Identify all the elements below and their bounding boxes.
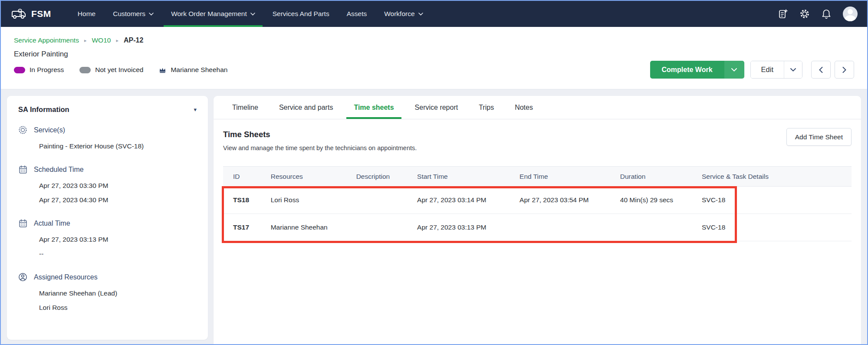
- breadcrumb-wo10[interactable]: WO10: [92, 36, 111, 44]
- tab-service-and-parts[interactable]: Service and parts: [272, 96, 341, 119]
- record-header: Service Appointments ▸ WO10 ▸ AP-12 Exte…: [1, 27, 867, 89]
- status-owner: Marianne Sheehan: [159, 66, 227, 74]
- sa-information-header: SA Information ▾: [18, 105, 197, 114]
- col-end-time[interactable]: End Time: [518, 167, 618, 187]
- record-detail-panel: Timeline Service and parts Time sheets S…: [214, 96, 861, 345]
- add-time-sheet-button[interactable]: Add Time Sheet: [786, 128, 852, 146]
- nav-right-icons: [778, 1, 858, 27]
- invoice-label: Not yet Invoiced: [95, 66, 143, 74]
- table-header-row: ID Resources Description Start Time End …: [223, 167, 852, 187]
- chevron-down-icon: [250, 13, 255, 16]
- section-assigned-resources: Assigned Resources Marianne Sheehan (Lea…: [18, 273, 197, 315]
- chevron-right-icon: ▸: [84, 38, 87, 43]
- edit-button[interactable]: Edit: [751, 61, 784, 78]
- nav-item-home[interactable]: Home: [70, 1, 103, 27]
- invoice-pill-icon: [79, 67, 91, 73]
- nav-item-services-and-parts[interactable]: Services And Parts: [265, 1, 337, 27]
- next-record-button[interactable]: [835, 61, 854, 79]
- cell-start: Apr 27, 2023 03:13 PM: [415, 223, 518, 231]
- previous-record-button[interactable]: [811, 61, 831, 79]
- chevron-down-icon: [149, 13, 154, 16]
- cell-id[interactable]: TS18: [223, 196, 269, 204]
- status-invoice: Not yet Invoiced: [79, 66, 143, 74]
- edit-dropdown-button[interactable]: [784, 61, 802, 78]
- tab-trips[interactable]: Trips: [471, 96, 501, 119]
- cell-duration: 40 Min(s) 29 secs: [618, 196, 700, 204]
- services-label: Service(s): [34, 126, 65, 134]
- scheduled-time-label: Scheduled Time: [34, 166, 84, 174]
- breadcrumb-service-appointments[interactable]: Service Appointments: [14, 36, 79, 44]
- nav-item-assets[interactable]: Assets: [339, 1, 375, 27]
- tab-service-report[interactable]: Service report: [408, 96, 466, 119]
- table-rows: TS18 Lori Ross Apr 27, 2023 03:14 PM Apr…: [223, 187, 852, 241]
- col-duration[interactable]: Duration: [618, 167, 700, 187]
- gear-icon[interactable]: [799, 9, 810, 19]
- complete-work-dropdown-button[interactable]: [724, 61, 744, 79]
- top-navbar: FSM Home Customers Work Order Management…: [1, 1, 867, 27]
- calendar-icon: [18, 219, 27, 228]
- col-description[interactable]: Description: [355, 167, 415, 187]
- stage-label: In Progress: [30, 66, 64, 74]
- col-id[interactable]: ID: [223, 167, 269, 187]
- tab-timeline[interactable]: Timeline: [225, 96, 266, 119]
- tab-notes[interactable]: Notes: [507, 96, 540, 119]
- chevron-down-icon: [418, 13, 423, 16]
- col-start-time[interactable]: Start Time: [415, 167, 518, 187]
- table-row-ts18[interactable]: TS18 Lori Ross Apr 27, 2023 03:14 PM Apr…: [223, 187, 852, 214]
- edit-split-button: Edit: [750, 61, 802, 79]
- section-scheduled-time: Scheduled Time Apr 27, 2023 03:30 PM Apr…: [18, 165, 197, 207]
- nav-item-work-order-management[interactable]: Work Order Management: [164, 1, 263, 27]
- actual-end-value: --: [39, 246, 197, 261]
- nav-item-label: Assets: [347, 10, 367, 18]
- brand-name: FSM: [31, 9, 51, 19]
- section-services: Service(s) Painting - Exterior House (SV…: [18, 125, 197, 153]
- cell-service: SVC-18: [700, 196, 852, 204]
- bell-icon[interactable]: [821, 9, 832, 19]
- page-title: Exterior Painting: [14, 50, 854, 59]
- resource-value[interactable]: Lori Ross: [39, 300, 197, 315]
- resource-lead-value[interactable]: Marianne Sheehan (Lead): [39, 286, 197, 300]
- content-area: SA Information ▾ Service(s) Painting - E…: [1, 89, 867, 345]
- nav-item-label: Home: [78, 10, 95, 18]
- stage-pill-icon: [14, 67, 25, 73]
- chevron-right-icon: ▸: [116, 38, 118, 43]
- compose-note-icon[interactable]: [778, 9, 788, 19]
- scheduled-start-value: Apr 27, 2023 03:30 PM: [39, 178, 197, 193]
- complete-work-split-button: Complete Work: [650, 61, 744, 79]
- nav-item-workforce[interactable]: Workforce: [377, 1, 430, 27]
- section-actual-time: Actual Time Apr 27, 2023 03:13 PM --: [18, 219, 197, 261]
- time-sheets-section: Time Sheets View and manage the time spe…: [214, 119, 861, 241]
- nav-item-label: Workforce: [384, 10, 414, 18]
- cell-resource: Marianne Sheehan: [269, 223, 355, 231]
- complete-work-button[interactable]: Complete Work: [650, 61, 724, 79]
- status-stage: In Progress: [14, 66, 64, 74]
- app-window: FSM Home Customers Work Order Management…: [0, 0, 868, 345]
- cell-service: SVC-18: [700, 223, 852, 231]
- owner-label: Marianne Sheehan: [171, 66, 227, 74]
- cell-end: Apr 27, 2023 03:54 PM: [518, 196, 618, 204]
- brand[interactable]: FSM: [10, 1, 51, 27]
- service-value[interactable]: Painting - Exterior House (SVC-18): [39, 139, 197, 153]
- col-resources[interactable]: Resources: [269, 167, 355, 187]
- user-avatar[interactable]: [843, 7, 858, 21]
- truck-logo-icon: [10, 8, 27, 20]
- nav-item-label: Work Order Management: [171, 10, 247, 18]
- person-circle-icon: [18, 273, 27, 282]
- breadcrumb: Service Appointments ▸ WO10 ▸ AP-12: [14, 36, 854, 44]
- time-sheets-subtitle: View and manage the time spent by the te…: [223, 145, 852, 151]
- calendar-icon: [18, 165, 27, 174]
- assigned-resources-label: Assigned Resources: [34, 273, 98, 281]
- cell-id[interactable]: TS17: [223, 223, 269, 231]
- table-row-ts17[interactable]: TS17 Marianne Sheehan Apr 27, 2023 03:13…: [223, 214, 852, 241]
- collapse-caret-icon[interactable]: ▾: [194, 106, 197, 113]
- tab-time-sheets[interactable]: Time sheets: [346, 96, 401, 119]
- time-sheets-title: Time Sheets: [223, 130, 852, 139]
- sa-information-panel: SA Information ▾ Service(s) Painting - E…: [7, 96, 208, 340]
- detail-tabbar: Timeline Service and parts Time sheets S…: [214, 96, 861, 119]
- breadcrumb-current: AP-12: [124, 36, 143, 44]
- scheduled-end-value: Apr 27, 2023 04:30 PM: [39, 193, 197, 207]
- col-service-task-details[interactable]: Service & Task Details: [700, 167, 852, 187]
- nav-items: Home Customers Work Order Management Ser…: [70, 1, 778, 27]
- cell-resource: Lori Ross: [269, 196, 355, 204]
- nav-item-customers[interactable]: Customers: [105, 1, 161, 27]
